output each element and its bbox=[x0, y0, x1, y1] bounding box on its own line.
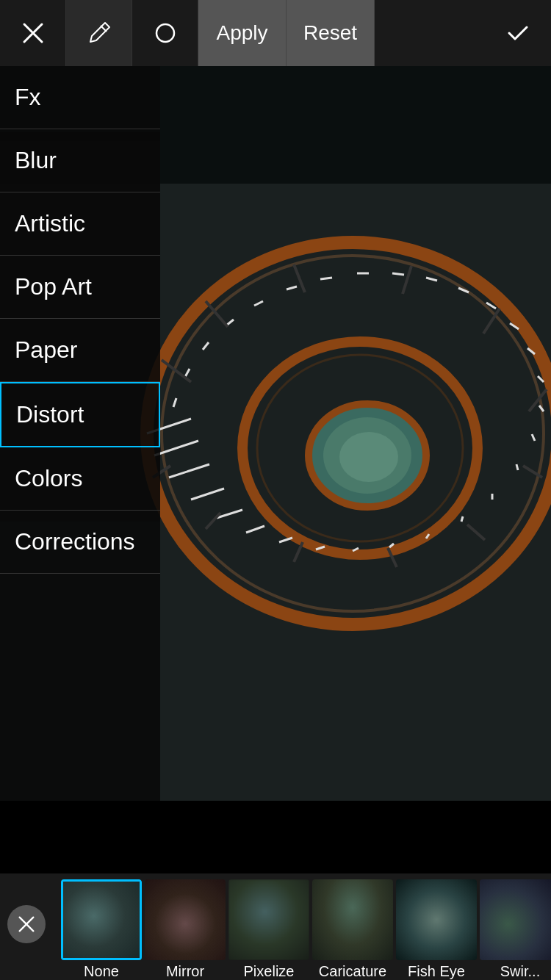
filter-thumb-fisheye bbox=[396, 879, 477, 960]
reset-label: Reset bbox=[303, 21, 357, 45]
sidebar: Fx Blur Artistic Pop Art Paper Distort C… bbox=[0, 66, 160, 801]
sidebar-item-pop-art-label: Pop Art bbox=[15, 273, 92, 300]
filter-pixelize-label: Pixelize bbox=[244, 963, 295, 980]
reset-button[interactable]: Reset bbox=[287, 0, 375, 66]
svg-line-25 bbox=[461, 516, 463, 522]
filter-close-button[interactable] bbox=[7, 905, 46, 943]
filter-item-swirl[interactable]: Swir... bbox=[480, 879, 551, 980]
filter-thumb-none bbox=[61, 879, 142, 960]
filter-mirror-label: Mirror bbox=[166, 963, 204, 980]
sidebar-item-corrections[interactable]: Corrections bbox=[0, 511, 160, 574]
checkmark-icon bbox=[505, 20, 531, 46]
sidebar-item-fx[interactable]: Fx bbox=[0, 66, 160, 129]
svg-line-27 bbox=[516, 464, 518, 470]
close-button[interactable] bbox=[0, 0, 66, 66]
filter-item-pixelize[interactable]: Pixelize bbox=[228, 879, 309, 980]
svg-point-3 bbox=[156, 24, 174, 42]
sidebar-item-fx-label: Fx bbox=[15, 84, 41, 110]
filter-caricature-label: Caricature bbox=[319, 963, 386, 980]
filter-close-icon bbox=[16, 914, 37, 934]
svg-point-13 bbox=[339, 432, 398, 482]
sidebar-item-pop-art[interactable]: Pop Art bbox=[0, 256, 160, 319]
filter-item-none[interactable]: None bbox=[61, 879, 142, 980]
sidebar-item-blur-label: Blur bbox=[15, 147, 57, 173]
svg-line-2 bbox=[101, 26, 107, 32]
sidebar-item-artistic[interactable]: Artistic bbox=[0, 192, 160, 256]
circle-icon bbox=[152, 20, 179, 46]
sidebar-item-paper[interactable]: Paper bbox=[0, 319, 160, 382]
toolbar: Apply Reset bbox=[0, 0, 551, 66]
svg-line-36 bbox=[392, 273, 404, 275]
filter-thumb-swirl bbox=[480, 879, 551, 960]
sidebar-item-artistic-label: Artistic bbox=[15, 210, 85, 237]
brush-icon bbox=[86, 20, 112, 46]
filter-thumb-pixelize bbox=[228, 879, 309, 960]
filter-item-caricature[interactable]: Caricature bbox=[312, 879, 393, 980]
filter-fisheye-label: Fish Eye bbox=[408, 963, 465, 980]
image-area: Fx Blur Artistic Pop Art Paper Distort C… bbox=[0, 66, 551, 801]
sidebar-item-blur[interactable]: Blur bbox=[0, 129, 160, 192]
circle-button[interactable] bbox=[132, 0, 198, 66]
sidebar-item-distort-label: Distort bbox=[16, 401, 84, 428]
sidebar-item-paper-label: Paper bbox=[15, 336, 77, 363]
sidebar-item-distort[interactable]: Distort bbox=[0, 382, 160, 447]
filter-strip: None Mirror Pixelize Caricature bbox=[0, 873, 551, 980]
sidebar-item-corrections-label: Corrections bbox=[15, 528, 135, 555]
sidebar-item-colors[interactable]: Colors bbox=[0, 447, 160, 511]
apply-button[interactable]: Apply bbox=[198, 0, 287, 66]
filter-item-fisheye[interactable]: Fish Eye bbox=[396, 879, 477, 980]
filter-thumb-caricature bbox=[312, 879, 393, 960]
confirm-button[interactable] bbox=[485, 0, 551, 66]
filter-items: None Mirror Pixelize Caricature bbox=[0, 873, 551, 980]
close-icon bbox=[20, 20, 46, 46]
brush-button[interactable] bbox=[66, 0, 132, 66]
filter-swirl-label: Swir... bbox=[500, 963, 540, 980]
apply-label: Apply bbox=[216, 21, 267, 45]
filter-item-mirror[interactable]: Mirror bbox=[145, 879, 226, 980]
svg-line-38 bbox=[320, 278, 332, 279]
filter-thumb-mirror bbox=[145, 879, 226, 960]
sidebar-item-colors-label: Colors bbox=[15, 465, 82, 491]
filter-none-label: None bbox=[84, 963, 119, 980]
